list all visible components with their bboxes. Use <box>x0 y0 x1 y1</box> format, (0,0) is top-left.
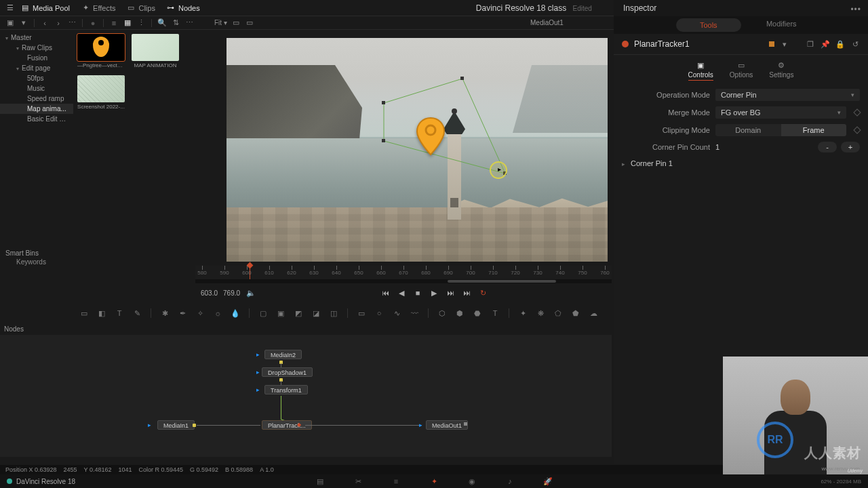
chevron-down-icon[interactable]: ▾ <box>780 39 789 49</box>
list-view-icon[interactable]: ≡ <box>109 18 119 28</box>
increment-button[interactable]: + <box>841 142 860 152</box>
record-dot-icon[interactable]: ● <box>88 18 98 28</box>
prev-icon[interactable]: ‹ <box>40 18 50 28</box>
page-edit-icon[interactable]: ≡ <box>391 476 401 487</box>
pen-tool-icon[interactable]: ✒ <box>177 308 188 319</box>
next-icon[interactable]: › <box>54 18 63 28</box>
reset-icon[interactable]: ↺ <box>850 39 860 49</box>
tree-raw-clips[interactable]: ▾Raw Clips <box>0 43 73 53</box>
subtab-controls[interactable]: ▣ Controls <box>688 60 713 81</box>
node-dropshadow[interactable]: DropShadow1 <box>262 367 313 377</box>
operation-mode-dropdown[interactable]: Corner Pin▾ <box>715 89 860 101</box>
tab-modifiers[interactable]: Modifiers <box>749 17 814 33</box>
map-pin-overlay[interactable] <box>414 117 448 156</box>
page-fairlight-icon[interactable]: ♪ <box>505 476 515 487</box>
thumbnail-item[interactable]: —Pngtree—vector... <box>77 34 125 68</box>
menu-icon[interactable]: ☰ <box>5 3 15 13</box>
grid-view-icon[interactable]: ▦ <box>123 18 132 28</box>
3d-2-icon[interactable]: ⬢ <box>454 308 465 319</box>
clipping-mode-segment[interactable]: Domain Frame <box>715 124 846 136</box>
filter-icon[interactable]: ⇅ <box>171 18 180 28</box>
node-planar-tracker[interactable]: PlanarTrack... <box>262 420 312 430</box>
lock-icon[interactable]: 🔒 <box>835 39 845 49</box>
seg-frame[interactable]: Frame <box>781 124 847 136</box>
tree-item[interactable]: Speed ramp <box>0 94 73 104</box>
mask-misc2-icon[interactable]: ◫ <box>328 308 339 319</box>
viewport[interactable] <box>226 38 608 262</box>
node-mediain1[interactable]: MediaIn1 <box>157 420 195 430</box>
thumbnail-item[interactable]: Screenshot 2022-... <box>77 75 125 110</box>
more-dots-icon[interactable]: ⋯ <box>184 18 194 28</box>
time-ruler[interactable]: 5805906006106206306406506606706806907007… <box>195 266 612 279</box>
tree-master[interactable]: ▾Master <box>0 33 73 43</box>
versions-icon[interactable]: ❐ <box>806 39 815 49</box>
bg-tool-icon[interactable]: ▭ <box>79 308 90 319</box>
tab-tools[interactable]: Tools <box>676 18 741 32</box>
tree-fusion[interactable]: Fusion <box>0 53 73 63</box>
misc-2-icon[interactable]: ❋ <box>535 308 546 319</box>
misc-4-icon[interactable]: ⬟ <box>570 308 581 319</box>
shape-rect-icon[interactable]: ▭ <box>356 308 367 319</box>
ruler-scrollbar[interactable] <box>195 279 612 283</box>
shape-circle-icon[interactable]: ○ <box>374 308 384 319</box>
tab-nodes[interactable]: ⊶ Nodes <box>161 2 205 14</box>
shape-wave-icon[interactable]: 〰 <box>409 308 420 319</box>
chevron-down-icon[interactable]: ▾ <box>19 18 28 28</box>
3d-icon[interactable]: ⬡ <box>437 308 448 319</box>
3d-text-icon[interactable]: T <box>490 308 500 319</box>
merge-tool-icon[interactable]: ◧ <box>96 308 107 319</box>
thumbnail-item[interactable]: MAP ANIMATION <box>132 34 179 68</box>
search-icon[interactable]: 🔍 <box>157 18 167 28</box>
misc-1-icon[interactable]: ✦ <box>517 308 528 319</box>
node-graph[interactable]: ▸ MediaIn2 ▸ DropShadow1 ▸ Transform1 ▸ … <box>0 335 612 457</box>
page-fusion-icon[interactable]: ✦ <box>429 476 439 487</box>
loop-icon[interactable]: ↻ <box>477 287 488 298</box>
more-dots-icon[interactable]: ⋯ <box>67 18 77 28</box>
3d-3-icon[interactable]: ⬣ <box>472 308 483 319</box>
tree-item[interactable]: 50fps <box>0 73 73 83</box>
text-tool-icon[interactable]: T <box>114 308 125 319</box>
view-mode-icon[interactable]: ▭ <box>231 18 241 28</box>
decrement-button[interactable]: - <box>818 142 837 152</box>
drop-icon[interactable]: 💧 <box>230 308 241 319</box>
keyframe-toggle[interactable] <box>853 108 861 116</box>
keyframe-toggle[interactable] <box>853 126 861 134</box>
subtab-options[interactable]: ▭ Options <box>730 60 753 81</box>
tree-item[interactable]: Basic Edit cl... <box>0 114 73 124</box>
layout-icon[interactable]: ▣ <box>5 18 15 28</box>
page-media-icon[interactable]: ▤ <box>315 476 326 487</box>
brush-tool-icon[interactable]: ✎ <box>132 308 142 319</box>
view-mode2-icon[interactable]: ▭ <box>245 18 254 28</box>
mask-rect2-icon[interactable]: ▣ <box>275 308 286 319</box>
node-transform[interactable]: Transform1 <box>264 385 308 394</box>
step-back-icon[interactable]: ◀ <box>396 287 407 298</box>
tab-effects[interactable]: ✦ Effects <box>75 2 121 14</box>
tab-media-pool[interactable]: ▤ Media Pool <box>15 2 75 14</box>
more-menu-icon[interactable]: ••• <box>850 1 861 18</box>
seg-domain[interactable]: Domain <box>715 124 781 136</box>
merge-mode-dropdown[interactable]: FG over BG▾ <box>715 106 846 119</box>
version-indicator-icon[interactable] <box>769 41 774 47</box>
shape-bspline-icon[interactable]: ∿ <box>391 308 402 319</box>
node-mediain2[interactable]: MediaIn2 <box>264 350 302 359</box>
corner-pin-section[interactable]: ▸ Corner Pin 1 <box>614 155 868 171</box>
subtab-settings[interactable]: ⚙ Settings <box>769 60 793 81</box>
light-icon[interactable]: ☼ <box>212 308 223 319</box>
speaker-icon[interactable]: 🔈 <box>245 287 256 298</box>
fit-dropdown[interactable]: Fit ▾ <box>214 19 227 26</box>
page-deliver-icon[interactable]: 🚀 <box>542 476 553 487</box>
stop-icon[interactable]: ■ <box>412 287 423 298</box>
skip-start-icon[interactable]: ⏮ <box>380 287 391 298</box>
page-color-icon[interactable]: ◉ <box>467 476 477 487</box>
tree-item[interactable]: Music <box>0 83 73 94</box>
play-icon[interactable]: ▶ <box>429 287 439 298</box>
misc-3-icon[interactable]: ⬠ <box>553 308 564 319</box>
page-cut-icon[interactable]: ✂ <box>353 476 363 487</box>
tree-item-selected[interactable]: Map anima... <box>0 104 73 114</box>
smart-bin-keywords[interactable]: Keywords <box>5 257 68 267</box>
tab-clips[interactable]: ▭ Clips <box>121 2 160 14</box>
mask-poly-icon[interactable]: ◩ <box>293 308 304 319</box>
sort-icon[interactable]: ⋮ <box>136 18 146 28</box>
wand-icon[interactable]: ✧ <box>195 308 205 319</box>
mask-rect-icon[interactable]: ▢ <box>258 308 269 319</box>
